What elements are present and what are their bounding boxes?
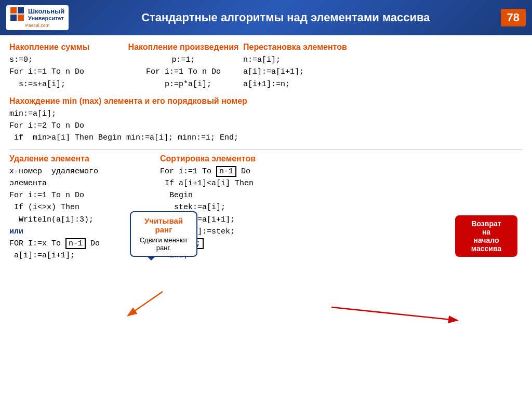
- prod-title: Накопление произведения: [124, 43, 243, 52]
- swap-title: Перестановка элементов: [243, 43, 523, 52]
- sum-code: s:=0; For i:=1 To n Do s:=s+a[i];: [9, 54, 124, 90]
- balloon-учитывай-body: Сдвиги меняют ранг.: [137, 236, 190, 252]
- minmax-line2: For i:=2 To n Do: [9, 121, 84, 130]
- svg-line-5: [331, 307, 456, 320]
- content-area: Накопление суммы s:=0; For i:=1 To n Do …: [0, 35, 532, 266]
- prod-code: p:=1; For i:=1 To n Do p:=p*a[i];: [124, 54, 243, 90]
- prod-line1: p:=1;: [171, 56, 195, 64]
- prod-section: Накопление произведения p:=1; For i:=1 T…: [124, 43, 243, 90]
- svg-line-4: [129, 292, 163, 315]
- svg-rect-2: [10, 15, 17, 21]
- prod-line2: For i:=1 To n Do: [146, 67, 221, 76]
- balloon-учитывай-title: Учитывайранг: [137, 216, 190, 234]
- del-title: Удаление элемента: [9, 154, 144, 163]
- sum-line2: For i:=1 To n Do: [9, 67, 84, 76]
- sum-line1: s:=0;: [9, 56, 33, 64]
- sort-line2: If a[i+1]<a[i] Then: [160, 179, 254, 188]
- prod-line3: p:=p*a[i];: [124, 78, 243, 90]
- bottom-row: Удаление элемента x-номер удаляемого эле…: [9, 154, 523, 262]
- header-title: Стандартные алгоритмы над элементами мас…: [76, 11, 495, 24]
- swap-line2: a[i]:=a[i+1];: [243, 67, 304, 76]
- del-highlighted-n1: n-1: [65, 238, 86, 249]
- svg-rect-0: [10, 7, 17, 13]
- logo-text-main: Школьный: [28, 8, 64, 15]
- del-line3: Writeln(a[i]:3);: [9, 215, 94, 224]
- minmax-code: min:=a[i]; For i:=2 To n Do if min>a[i] …: [9, 108, 523, 144]
- del-ai: a[i]:=a[i+1];: [9, 251, 75, 260]
- balloon-учитывай: Учитывайранг Сдвиги меняют ранг.: [130, 211, 197, 257]
- del-xnomer: x-номер удаляемого: [9, 167, 98, 176]
- del-for: FOR I:=x To n-1 Do: [9, 238, 100, 249]
- header: Школьный Университет Pascal.com Стандарт…: [0, 0, 532, 35]
- top-row: Накопление суммы s:=0; For i:=1 To n Do …: [9, 43, 523, 90]
- del-line2: If (i<>x) Then: [9, 203, 79, 212]
- del-element: элемента: [9, 179, 47, 188]
- svg-rect-1: [18, 7, 24, 13]
- sum-title: Накопление суммы: [9, 43, 124, 52]
- minmax-title: Нахождение min (max) элемента и его поря…: [9, 97, 523, 106]
- balloon-возврат-text: Возвратнаначаломассива: [471, 219, 501, 253]
- sum-line3: s:=s+a[i];: [9, 78, 124, 90]
- sort-line3: Begin: [160, 191, 193, 200]
- sort-line1: For i:=1 To n-1 Do: [160, 166, 250, 177]
- balloon-возврат: Возвратнаначаломассива: [455, 215, 517, 257]
- sum-section: Накопление суммы s:=0; For i:=1 To n Do …: [9, 43, 124, 90]
- logo-icon: [10, 7, 25, 22]
- page-number: 78: [501, 9, 526, 26]
- divider: [9, 149, 523, 150]
- sort-highlighted-n1: n-1: [216, 166, 236, 177]
- del-section: Удаление элемента x-номер удаляемого эле…: [9, 154, 144, 262]
- del-code: x-номер удаляемого элемента For i:=1 To …: [9, 166, 144, 262]
- minmax-line1: min:=a[i];: [9, 109, 56, 118]
- del-line1: For i:=1 To n Do: [9, 191, 84, 200]
- swap-section: Перестановка элементов n:=a[i]; a[i]:=a[…: [243, 43, 523, 90]
- sort-title: Сортировка элементов: [160, 154, 523, 163]
- minmax-section: Нахождение min (max) элемента и его поря…: [9, 97, 523, 144]
- sort-line4: stek:=a[i];: [160, 203, 225, 212]
- swap-line3: a[i+1]:=n;: [243, 80, 290, 89]
- logo-url: Pascal.com: [25, 23, 50, 28]
- logo-text-sub: Университет: [28, 15, 64, 21]
- swap-code: n:=a[i]; a[i]:=a[i+1]; a[i+1]:=n;: [243, 54, 523, 90]
- swap-line1: n:=a[i];: [243, 56, 281, 64]
- logo: Школьный Университет Pascal.com: [6, 5, 69, 30]
- minmax-line3: if min>a[i] Then Begin min:=a[i]; minn:=…: [9, 133, 238, 142]
- svg-rect-3: [18, 15, 24, 21]
- del-ili: или: [9, 227, 23, 236]
